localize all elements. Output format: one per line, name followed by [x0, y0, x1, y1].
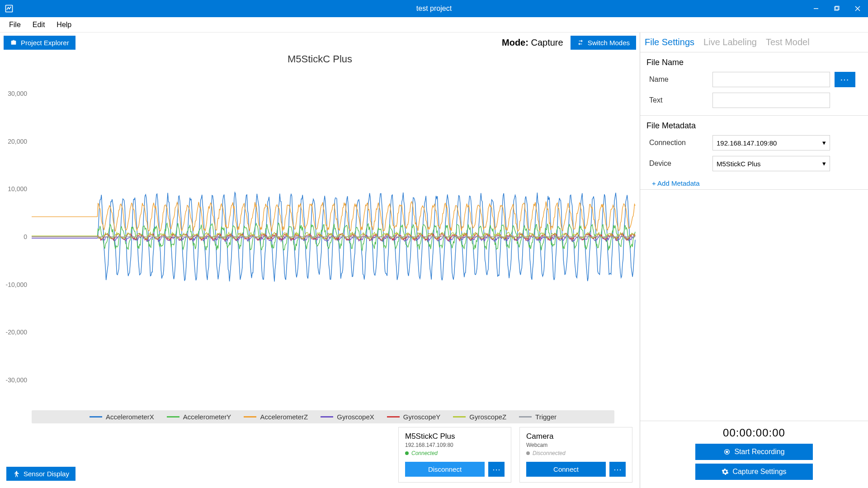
- minimize-button[interactable]: [806, 0, 826, 17]
- add-metadata-link[interactable]: + Add Metadata: [652, 179, 700, 187]
- device-action-button[interactable]: Disconnect: [405, 462, 485, 477]
- device-card-status: Disconnected: [526, 450, 626, 456]
- name-browse-button[interactable]: ⋯: [835, 72, 855, 87]
- person-walk-icon: [13, 470, 20, 478]
- legend-swatch: [167, 416, 179, 418]
- briefcase-icon: [10, 39, 17, 46]
- name-input[interactable]: [712, 72, 830, 87]
- file-name-section: File Name Name ⋯ Text: [640, 52, 868, 115]
- menu-edit[interactable]: Edit: [27, 19, 51, 31]
- connection-label: Connection: [649, 139, 708, 147]
- legend-item[interactable]: Trigger: [519, 413, 557, 421]
- legend-swatch: [519, 416, 532, 418]
- legend-label: GyroscopeY: [403, 413, 441, 421]
- device-card-sub: 192.168.147.109:80: [405, 442, 505, 448]
- legend-item[interactable]: AccelerometerY: [167, 413, 231, 421]
- tab-file-settings[interactable]: File Settings: [645, 37, 694, 49]
- chart-area[interactable]: -30,000-20,000-10,000010,00020,00030,000: [0, 65, 640, 408]
- y-tick-label: 30,000: [8, 90, 27, 97]
- project-explorer-button[interactable]: Project Explorer: [4, 36, 75, 50]
- svg-point-8: [726, 451, 728, 453]
- connection-select[interactable]: 192.168.147.109:80 ▾: [712, 135, 830, 150]
- left-pane: Project Explorer Mode: Capture Switch Mo…: [0, 33, 640, 488]
- menubar: File Edit Help: [0, 17, 868, 33]
- file-metadata-heading: File Metadata: [646, 121, 862, 131]
- device-more-button[interactable]: ⋯: [609, 462, 626, 477]
- start-recording-button[interactable]: Start Recording: [695, 444, 813, 460]
- chart-title: M5StickC Plus: [0, 52, 640, 65]
- legend-swatch: [387, 416, 400, 418]
- device-card: Camera Webcam Disconnected Connect ⋯: [519, 427, 632, 483]
- legend-swatch: [321, 416, 333, 418]
- legend-label: AccelerometerZ: [260, 413, 308, 421]
- status-dot-icon: [526, 451, 530, 455]
- right-pane: File Settings Live Labeling Test Model F…: [640, 33, 868, 488]
- file-metadata-section: File Metadata Connection 192.168.147.109…: [640, 116, 868, 189]
- maximize-button[interactable]: [826, 0, 847, 17]
- status-dot-icon: [405, 451, 409, 455]
- tab-test-model[interactable]: Test Model: [766, 37, 810, 49]
- device-more-button[interactable]: ⋯: [488, 462, 505, 477]
- device-status-row: M5StickC Plus 192.168.147.109:80 Connect…: [0, 423, 640, 488]
- sensor-display-button[interactable]: Sensor Display: [6, 467, 75, 481]
- record-icon: [723, 448, 731, 455]
- y-tick-label: 20,000: [8, 138, 27, 145]
- timer-display: 00:00:00:00: [723, 427, 785, 439]
- switch-modes-button[interactable]: Switch Modes: [571, 36, 636, 50]
- legend-label: AccelerometerX: [106, 413, 154, 421]
- device-card-status: Connected: [405, 450, 505, 456]
- y-tick-label: -20,000: [6, 328, 28, 336]
- swap-icon: [577, 39, 584, 46]
- sensor-display-label: Sensor Display: [24, 470, 69, 478]
- legend-label: Trigger: [535, 413, 557, 421]
- toolbar-row: Project Explorer Mode: Capture Switch Mo…: [0, 33, 640, 52]
- device-card-title: M5StickC Plus: [405, 432, 505, 441]
- name-label: Name: [649, 75, 708, 84]
- y-tick-label: -10,000: [6, 281, 28, 288]
- menu-file[interactable]: File: [4, 19, 26, 31]
- device-select[interactable]: M5StickC Plus ▾: [712, 156, 830, 171]
- file-name-heading: File Name: [646, 58, 862, 67]
- device-card-sub: Webcam: [526, 442, 626, 448]
- start-recording-label: Start Recording: [734, 448, 784, 456]
- device-action-button[interactable]: Connect: [526, 462, 606, 477]
- y-tick-label: 10,000: [8, 185, 27, 192]
- close-button[interactable]: [847, 0, 868, 17]
- chevron-down-icon: ▾: [822, 160, 826, 168]
- mode-indicator: Mode: Capture: [502, 38, 563, 48]
- switch-modes-label: Switch Modes: [588, 39, 630, 47]
- device-card-title: Camera: [526, 432, 626, 441]
- device-label: Device: [649, 160, 708, 168]
- legend-swatch: [244, 416, 256, 418]
- legend-item[interactable]: GyroscopeY: [387, 413, 441, 421]
- gear-icon: [722, 468, 729, 475]
- titlebar: test project: [0, 0, 868, 17]
- legend-item[interactable]: AccelerometerX: [90, 413, 154, 421]
- capture-settings-label: Capture Settings: [732, 468, 786, 476]
- legend-label: GyroscopeX: [337, 413, 374, 421]
- text-label: Text: [649, 96, 708, 104]
- chevron-down-icon: ▾: [822, 139, 826, 147]
- legend-label: GyroscopeZ: [469, 413, 506, 421]
- legend-swatch: [90, 416, 102, 418]
- app-icon: [3, 2, 15, 15]
- chart-legend: AccelerometerXAccelerometerYAcceleromete…: [32, 410, 614, 423]
- capture-settings-button[interactable]: Capture Settings: [695, 464, 813, 480]
- device-card: M5StickC Plus 192.168.147.109:80 Connect…: [398, 427, 511, 483]
- legend-item[interactable]: GyroscopeZ: [453, 413, 506, 421]
- window-title: test project: [416, 5, 452, 13]
- legend-label: AccelerometerY: [183, 413, 231, 421]
- text-input[interactable]: [712, 93, 830, 108]
- legend-item[interactable]: GyroscopeX: [321, 413, 374, 421]
- tab-live-labeling[interactable]: Live Labeling: [703, 37, 757, 49]
- project-explorer-label: Project Explorer: [21, 39, 69, 47]
- recording-controls: 00:00:00:00 Start Recording Capture Sett…: [640, 421, 868, 488]
- y-tick-label: -30,000: [6, 376, 28, 384]
- y-tick-label: 0: [24, 233, 27, 240]
- legend-item[interactable]: AccelerometerZ: [244, 413, 308, 421]
- menu-help[interactable]: Help: [51, 19, 77, 31]
- right-tabs: File Settings Live Labeling Test Model: [640, 33, 868, 52]
- legend-swatch: [453, 416, 466, 418]
